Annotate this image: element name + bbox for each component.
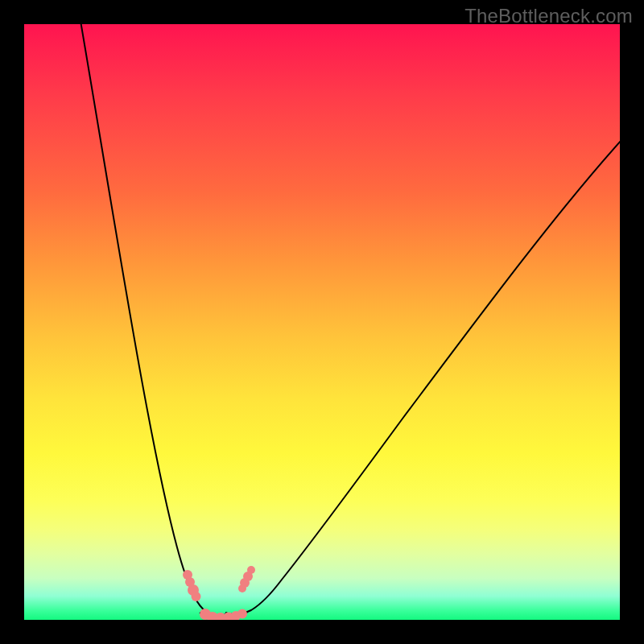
- series-right-curve: [225, 140, 620, 614]
- chart-plot-area: [24, 24, 620, 620]
- chart-markers-group: [183, 566, 255, 620]
- marker-bottom: [237, 609, 247, 619]
- watermark-text: TheBottleneck.com: [464, 5, 633, 27]
- series-left-curve: [80, 24, 227, 616]
- marker-right-top: [238, 584, 246, 592]
- marker-left-top: [192, 592, 201, 601]
- chart-series-group: [80, 24, 620, 618]
- chart-svg: [24, 24, 620, 620]
